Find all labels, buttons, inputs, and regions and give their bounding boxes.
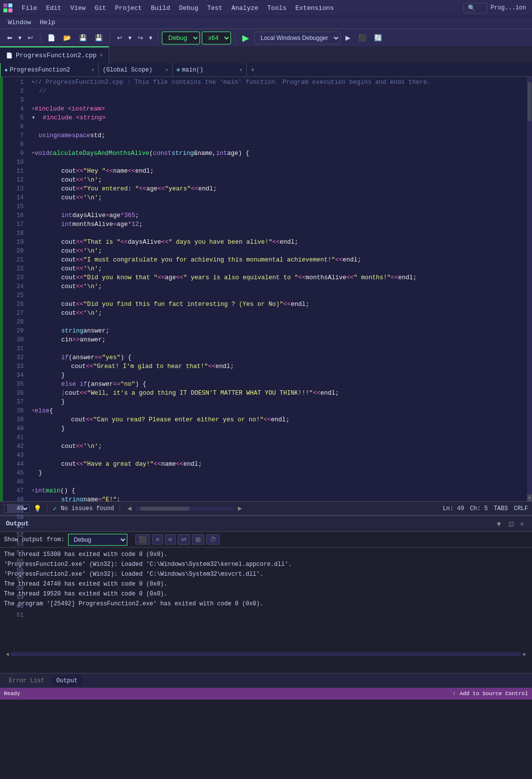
output-header: Output ▼ ⊡ × xyxy=(0,516,532,532)
menu-project[interactable]: Project xyxy=(111,2,146,14)
code-line-40: } xyxy=(28,424,527,433)
redo-button[interactable]: ↪ xyxy=(135,33,146,43)
scrollbar-down-arrow[interactable]: ▼ xyxy=(527,494,532,501)
attach-button[interactable]: ▶ xyxy=(342,33,353,43)
platform-select[interactable]: x64 xyxy=(202,32,231,44)
output-close[interactable]: × xyxy=(518,519,526,529)
undo-button[interactable]: ↩ xyxy=(114,33,125,43)
editor-area: 123 456 789 101112 131415 161718 192021 … xyxy=(0,77,532,501)
scope-global[interactable]: (Global Scope) ▾ xyxy=(99,63,173,77)
back-button[interactable]: ⬅ xyxy=(4,33,15,43)
output-content[interactable]: The thread 15300 has exited with code 0 … xyxy=(0,548,532,651)
restart-button[interactable]: 🔄 xyxy=(371,33,385,43)
output-minimize[interactable]: ▼ xyxy=(494,519,504,529)
tab-filename: ProgressFunction2.cpp xyxy=(16,52,97,59)
output-settings-btn[interactable]: ⊞ xyxy=(192,534,204,545)
output-hscroll-left[interactable]: ◀ xyxy=(6,651,9,657)
code-line-28 xyxy=(28,318,527,327)
debugger-select[interactable]: Local Windows Debugger xyxy=(254,32,341,44)
menu-tools[interactable]: Tools xyxy=(264,2,291,14)
menu-analyze[interactable]: Analyze xyxy=(228,2,263,14)
output-filter-btn[interactable]: ⇌ xyxy=(178,534,190,545)
debug-config-select[interactable]: Debug xyxy=(162,32,200,44)
output-clock-btn[interactable]: ⏱ xyxy=(206,534,220,545)
function-icon: ⊕ xyxy=(177,67,180,73)
stop-button[interactable]: ⬛ xyxy=(355,33,369,43)
menu-edit[interactable]: Edit xyxy=(42,2,65,14)
output-hscrollbar-track xyxy=(11,652,521,656)
output-source-select[interactable]: Debug xyxy=(68,534,127,546)
editor-vscrollbar-thumb[interactable] xyxy=(528,82,532,121)
run-button[interactable]: ▶ xyxy=(239,33,252,43)
code-line-47: ▾int main() { xyxy=(28,486,527,495)
code-line-25 xyxy=(28,291,527,300)
save-button[interactable]: 💾 xyxy=(76,33,90,43)
toolbar: ⬅ ▾ ↩ 📄 📂 💾 💾 ↩ ▾ ↪ ▾ Debug x64 ▶ Local … xyxy=(0,29,532,46)
hscroll-right[interactable]: ▶ xyxy=(236,505,244,512)
status-indent[interactable]: TABS xyxy=(494,505,508,512)
code-line-16: int daysAlive = age * 365; xyxy=(28,211,527,220)
scope-global-text: (Global Scope) xyxy=(103,67,152,74)
open-button[interactable]: 📂 xyxy=(60,33,74,43)
output-clear-btn[interactable]: ⬛ xyxy=(135,534,150,545)
code-line-19: cout << "That is " << daysAlive << " day… xyxy=(28,238,527,247)
editor-vscrollbar[interactable]: ▼ xyxy=(527,77,532,501)
menu-debug[interactable]: Debug xyxy=(175,2,202,14)
status-encoding[interactable]: CRLF xyxy=(514,505,528,512)
code-line-44: cout << "Have a great day!" << name << e… xyxy=(28,460,527,469)
scope-add-button[interactable]: + xyxy=(247,66,259,74)
hscroll-left[interactable]: ◀ xyxy=(125,505,133,512)
output-find-btn[interactable]: ≡ xyxy=(165,534,176,545)
menu-git[interactable]: Git xyxy=(91,2,110,14)
output-line-4: The thread 24740 has exited with code 0 … xyxy=(4,579,528,589)
project-icon: ◈ xyxy=(4,67,8,73)
code-line-34: } xyxy=(28,371,527,380)
window-title-partial: Prog...ion xyxy=(491,4,526,11)
code-line-18 xyxy=(28,229,527,238)
code-line-48: string name = "E!"; xyxy=(28,495,527,501)
code-line-3 xyxy=(28,96,527,105)
menu-build[interactable]: Build xyxy=(147,2,174,14)
code-editor[interactable]: ▾// ProgressFunction2.cpp : This file co… xyxy=(28,77,527,501)
code-line-33: cout << "Great! I'm glad to hear that!" … xyxy=(28,362,527,371)
code-line-22: cout << '\n'; xyxy=(28,264,527,273)
tab-output[interactable]: Output xyxy=(51,675,82,686)
forward-button[interactable]: ↩ xyxy=(25,33,36,43)
code-line-20: cout << '\n'; xyxy=(28,247,527,256)
new-file-button[interactable]: 📄 xyxy=(44,33,58,43)
output-wrap-btn[interactable]: ≡ xyxy=(152,534,163,545)
ready-text: Ready xyxy=(4,691,20,697)
output-hscrollbar-area: ◀ ▶ xyxy=(0,651,532,657)
output-line-5: The thread 19520 has exited with code 0 … xyxy=(4,589,528,599)
lightbulb-icon[interactable]: 💡 xyxy=(34,505,41,513)
dropdown-back[interactable]: ▾ xyxy=(17,33,23,43)
svg-rect-0 xyxy=(3,3,7,7)
tab-progressfunction2[interactable]: 📄 ProgressFunction2.cpp × xyxy=(0,46,109,63)
menu-test[interactable]: Test xyxy=(203,2,227,14)
code-line-14: cout << '\n'; xyxy=(28,193,527,202)
undo-dropdown[interactable]: ▾ xyxy=(127,33,133,43)
add-source-control[interactable]: Add to Source Control xyxy=(459,691,528,697)
menu-view[interactable]: View xyxy=(66,2,89,14)
tab-close-button[interactable]: × xyxy=(100,52,103,58)
output-line-3: 'ProgressFunction2.exe' (Win32): Loaded … xyxy=(4,569,528,579)
code-line-26: cout << "Did you find this fun fact inte… xyxy=(28,300,527,309)
code-line-6 xyxy=(28,122,527,131)
tab-error-list[interactable]: Error List xyxy=(4,675,49,686)
redo-dropdown[interactable]: ▾ xyxy=(148,33,153,43)
menu-extensions[interactable]: Extensions xyxy=(292,2,338,14)
status-line: Ln: 49 xyxy=(443,505,464,512)
output-undock[interactable]: ⊡ xyxy=(506,519,516,529)
menu-help[interactable]: Help xyxy=(36,17,59,28)
scope-function[interactable]: ⊕ main() ▾ xyxy=(173,63,247,77)
menu-file[interactable]: File xyxy=(18,2,41,14)
search-box[interactable]: 🔍 xyxy=(463,3,488,13)
save-all-button[interactable]: 💾 xyxy=(92,33,106,43)
hscrollbar-thumb[interactable] xyxy=(140,507,190,511)
menu-window[interactable]: Window xyxy=(4,17,35,28)
status-bar: 65 % 💡 | ✓ No issues found | ◀ ▶ Ln: 49 … xyxy=(0,501,532,515)
bottom-tabs: Error List Output xyxy=(0,673,532,688)
scope-project[interactable]: ◈ ProgressFunction2 ▾ xyxy=(0,63,99,77)
code-line-24: cout << '\n'; xyxy=(28,282,527,291)
output-hscroll-right[interactable]: ▶ xyxy=(523,651,526,657)
